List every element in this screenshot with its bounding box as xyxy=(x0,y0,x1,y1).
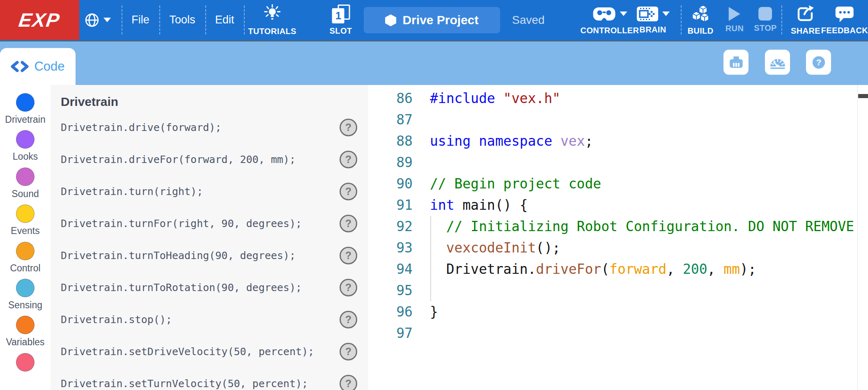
command-text[interactable]: Drivetrain.turnToHeading(90, degrees); xyxy=(61,250,296,262)
menu-edit[interactable]: Edit xyxy=(205,0,244,40)
help-question-icon: ? xyxy=(810,53,828,71)
line-number: 86 xyxy=(368,88,413,109)
command-help-button[interactable]: ? xyxy=(340,375,357,390)
tutorials-button[interactable]: TUTORIALS xyxy=(248,0,296,40)
help-button[interactable]: ? xyxy=(806,50,831,75)
sidebar-item-more[interactable] xyxy=(16,353,34,390)
build-cubes-icon xyxy=(690,5,711,23)
toolbar-divider xyxy=(244,5,245,34)
scrollbar-thumb[interactable] xyxy=(858,94,868,98)
menu-file[interactable]: File xyxy=(122,0,159,40)
command-help-button[interactable]: ? xyxy=(340,119,357,136)
command-row: Drivetrain.stop();? xyxy=(61,303,357,335)
command-help-button[interactable]: ? xyxy=(340,151,357,168)
category-circle xyxy=(16,242,34,260)
line-number: 89 xyxy=(368,152,413,173)
build-button[interactable]: BUILD xyxy=(687,0,713,40)
code-line[interactable]: 94 Drivetrain.driveFor(forward, 200, mm)… xyxy=(368,259,857,280)
command-help-button[interactable]: ? xyxy=(340,215,357,232)
slot-page-icon: 1 xyxy=(331,5,350,23)
svg-text:?: ? xyxy=(816,57,821,67)
code-line[interactable]: 86#include "vex.h" xyxy=(368,88,857,109)
command-row: Drivetrain.turnFor(right, 90, degrees);? xyxy=(61,207,357,239)
code-line[interactable]: 87 xyxy=(368,109,857,131)
code-line[interactable]: 89 xyxy=(368,152,857,173)
indent-guide xyxy=(430,216,431,301)
tab-code[interactable]: Code xyxy=(0,48,76,85)
code-editor[interactable]: 86#include "vex.h"8788using namespace ve… xyxy=(368,85,857,390)
category-label: Sound xyxy=(11,188,39,200)
command-text[interactable]: Drivetrain.turnFor(right, 90, degrees); xyxy=(61,218,302,229)
code-text: } xyxy=(413,304,438,320)
toolbox-header: Drivetrain xyxy=(61,95,357,111)
code-text xyxy=(413,282,430,298)
slot-number: 1 xyxy=(332,8,344,23)
category-label: Variables xyxy=(6,337,44,348)
sidebar-item-control[interactable]: Control xyxy=(10,242,40,279)
hexagon-icon xyxy=(385,14,396,26)
category-circle xyxy=(16,130,34,149)
code-line[interactable]: 88using namespace vex; xyxy=(368,131,857,152)
chevron-down-icon xyxy=(103,18,111,22)
toolbox-command-list: Drivetrain.drive(forward);?Drivetrain.dr… xyxy=(61,111,357,390)
code-line[interactable]: 93 vexcodeInit(); xyxy=(368,237,857,259)
line-number: 87 xyxy=(368,109,413,131)
run-button[interactable]: RUN xyxy=(726,0,744,40)
slot-button[interactable]: 1 SLOT xyxy=(330,0,352,40)
code-line[interactable]: 90// Begin project code xyxy=(368,173,857,195)
code-text: using namespace vex; xyxy=(413,133,593,149)
scrollbar-track[interactable] xyxy=(857,85,858,390)
feedback-button[interactable]: FEEDBACK xyxy=(821,0,868,40)
command-help-button[interactable]: ? xyxy=(340,311,357,328)
brain-button[interactable]: BRAIN xyxy=(636,0,670,40)
line-number: 95 xyxy=(368,280,413,301)
code-line[interactable]: 96} xyxy=(368,301,857,323)
code-brackets-icon xyxy=(11,60,29,73)
code-line[interactable]: 95 xyxy=(368,280,857,301)
sidebar-item-sensing[interactable]: Sensing xyxy=(8,279,42,316)
code-line[interactable]: 91int main() { xyxy=(368,195,857,216)
gauge-button[interactable] xyxy=(765,50,790,75)
gauge-icon xyxy=(769,53,787,71)
stop-button[interactable]: STOP xyxy=(754,0,777,40)
code-line[interactable]: 97 xyxy=(368,323,857,344)
robot-config-button[interactable] xyxy=(723,50,749,75)
sidebar-item-events[interactable]: Events xyxy=(11,204,39,241)
command-text[interactable]: Drivetrain.drive(forward); xyxy=(61,122,221,133)
code-text: // Initializing Robot Configuration. DO … xyxy=(413,218,857,234)
sidebar-item-drivetrain[interactable]: Drivetrain xyxy=(5,93,45,130)
command-help-button[interactable]: ? xyxy=(340,247,357,264)
menu-tools[interactable]: Tools xyxy=(159,0,205,40)
sidebar-item-variables[interactable]: Variables xyxy=(6,316,44,353)
lightbulb-icon xyxy=(263,4,282,24)
command-text[interactable]: Drivetrain.driveFor(forward, 200, mm); xyxy=(61,154,296,165)
code-text: Drivetrain.driveFor(forward, 200, mm); xyxy=(413,261,756,277)
sidebar-item-looks[interactable]: Looks xyxy=(13,130,38,167)
category-circle xyxy=(16,353,34,372)
toolbar-divider xyxy=(781,5,782,34)
command-text[interactable]: Drivetrain.setTurnVelocity(50, percent); xyxy=(61,378,308,390)
toolbox-panel: Drivetrain Drivetrain.drive(forward);?Dr… xyxy=(51,85,368,390)
project-button[interactable]: Drive Project xyxy=(364,7,500,33)
run-play-icon xyxy=(729,7,740,21)
language-button[interactable] xyxy=(84,0,111,40)
line-number: 94 xyxy=(368,259,413,280)
command-help-button[interactable]: ? xyxy=(340,279,357,296)
category-label: Events xyxy=(11,225,39,236)
command-help-button[interactable]: ? xyxy=(340,183,357,200)
command-text[interactable]: Drivetrain.setDriveVelocity(50, percent)… xyxy=(61,346,314,358)
command-text[interactable]: Drivetrain.turnToRotation(90, degrees); xyxy=(61,282,302,294)
code-line[interactable]: 92 // Initializing Robot Configuration. … xyxy=(368,216,857,237)
command-row: Drivetrain.setTurnVelocity(50, percent);… xyxy=(61,367,357,390)
command-help-button[interactable]: ? xyxy=(340,343,357,360)
sidebar-item-sound[interactable]: Sound xyxy=(11,167,39,204)
chevron-down-icon xyxy=(662,11,670,16)
controller-button[interactable]: CONTROLLER xyxy=(581,0,639,40)
share-button[interactable]: SHARE xyxy=(791,0,820,40)
code-text: // Begin project code xyxy=(413,176,601,192)
category-label: Looks xyxy=(13,151,38,162)
category-label: Control xyxy=(10,263,40,274)
saved-status: Saved xyxy=(512,0,544,40)
command-text[interactable]: Drivetrain.stop(); xyxy=(61,314,172,326)
command-text[interactable]: Drivetrain.turn(right); xyxy=(61,186,203,197)
